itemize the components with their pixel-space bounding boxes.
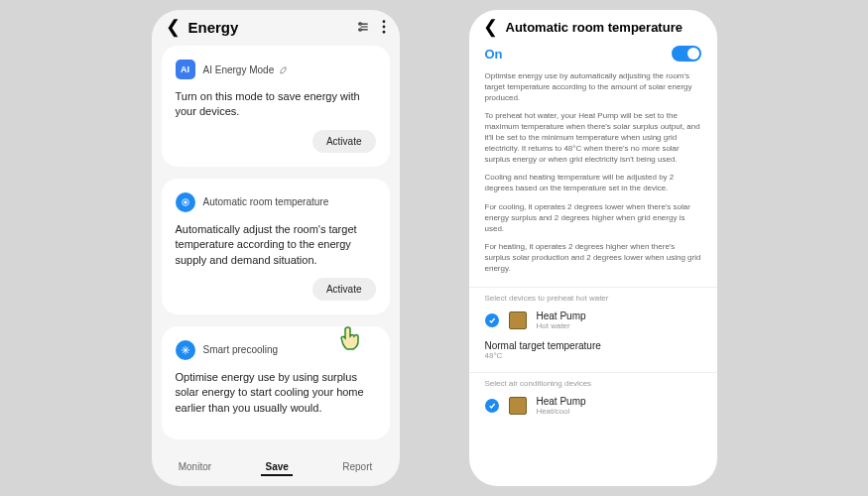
phone-energy: ❮ Energy AI AI Energy Mode Turn [152,10,400,486]
device-row-heat-pump-hotwater[interactable]: Heat Pump Hot water [469,305,717,336]
svg-point-6 [382,26,385,29]
card-desc: Optimise energy use by using surplus sol… [176,370,376,416]
info-paragraph: For heating, it operates 2 degrees highe… [469,242,717,274]
thermostat-icon [176,192,195,212]
card-title: AI Energy Mode [203,64,289,75]
header-actions [356,20,386,34]
tab-monitor[interactable]: Monitor [175,459,215,476]
card-ai-energy-mode: AI AI Energy Mode Turn on this mode to s… [162,46,390,167]
svg-point-4 [358,29,360,31]
card-smart-precooling: Smart precooling Optimise energy use by … [162,326,390,439]
svg-point-9 [184,201,186,204]
phone-auto-room-temp: ❮ Automatic room temperature On Optimise… [469,10,717,486]
bottom-tabs: Monitor Save Report [152,451,400,486]
activate-button[interactable]: Activate [312,130,376,153]
on-toggle-row: On [469,40,717,71]
section-ac-label: Select air conditioning devices [469,372,717,390]
card-actions: Activate [176,130,376,153]
normal-target-temp[interactable]: Normal target temperature 48°C [469,336,717,368]
device-thumbnail-icon [509,397,527,415]
device-text: Heat Pump Hot water [537,310,586,330]
header: ❮ Energy [152,10,400,40]
card-header: Automatic room temperature [176,192,376,212]
device-sub: Heat/cool [537,407,586,416]
checkbox-checked-icon[interactable] [485,399,499,413]
device-text: Heat Pump Heat/cool [537,396,586,416]
device-thumbnail-icon [509,311,527,329]
card-auto-room-temp: Automatic room temperature Automatically… [162,179,390,314]
activate-button[interactable]: Activate [312,278,376,301]
info-paragraph: To preheat hot water, your Heat Pump wil… [469,111,717,165]
card-desc: Automatically adjust the room's target t… [176,222,376,268]
info-paragraph: Optimise energy use by automatically adj… [469,71,717,103]
device-row-heat-pump-heatcool[interactable]: Heat Pump Heat/cool [469,390,717,422]
ai-icon: AI [176,60,195,79]
card-header: AI AI Energy Mode [176,60,376,79]
card-title-text: AI Energy Mode [203,64,275,75]
toggle-switch[interactable] [672,46,701,62]
svg-point-5 [382,20,385,23]
svg-point-3 [358,23,360,25]
page-title: Energy [188,19,348,36]
device-name: Heat Pump [537,310,586,321]
filter-icon[interactable] [356,20,370,34]
precool-icon [176,340,195,360]
header: ❮ Automatic room temperature [469,10,717,40]
on-label: On [485,47,503,62]
info-paragraph: Cooling and heating temperature will be … [469,173,717,194]
content-scroll[interactable]: AI AI Energy Mode Turn on this mode to s… [152,40,400,451]
svg-point-7 [382,31,385,34]
content-scroll[interactable]: Optimise energy use by automatically adj… [469,71,717,486]
tab-report[interactable]: Report [338,459,376,476]
card-title: Smart precooling [203,344,279,355]
card-header: Smart precooling [176,340,376,360]
normal-temp-label: Normal target temperature [485,340,701,351]
page-title: Automatic room temperature [506,20,703,35]
back-icon[interactable]: ❮ [166,18,181,36]
device-sub: Hot water [537,321,586,330]
info-paragraph: For cooling, it operates 2 degrees lower… [469,202,717,234]
back-icon[interactable]: ❮ [483,18,498,36]
normal-temp-value: 48°C [485,351,701,360]
section-preheat-label: Select devices to preheat hot water [469,287,717,305]
leaf-icon [277,64,288,75]
more-icon[interactable] [382,20,386,34]
device-name: Heat Pump [537,396,586,407]
card-title: Automatic room temperature [203,196,329,207]
checkbox-checked-icon[interactable] [485,313,499,327]
tab-save[interactable]: Save [261,459,292,476]
card-actions: Activate [176,278,376,301]
card-desc: Turn on this mode to save energy with yo… [176,89,376,120]
